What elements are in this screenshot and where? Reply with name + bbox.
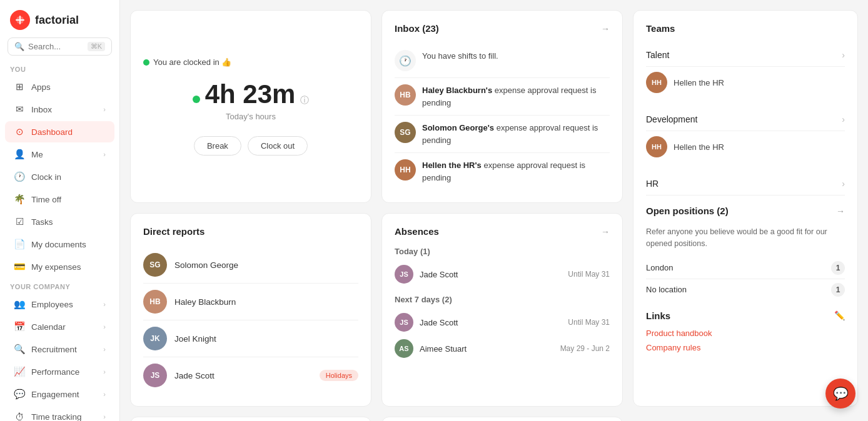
sidebar-item-time-tracking[interactable]: ⏱ Time tracking › xyxy=(5,406,114,421)
inbox-icon: ✉ xyxy=(14,104,25,115)
absences-header: Absences → xyxy=(395,226,610,237)
aimee-absence-date: May 29 - Jun 2 xyxy=(560,344,610,353)
sidebar-item-label: Dashboard xyxy=(31,127,106,137)
report-item-joel[interactable]: JK Joel Knight xyxy=(143,320,358,357)
teams-section-hr: HR › xyxy=(646,172,845,196)
report-item-solomon[interactable]: SG Solomon George xyxy=(143,247,358,284)
report-item-haley[interactable]: HB Haley Blackburn xyxy=(143,284,358,320)
next7-section-title: Next 7 days (2) xyxy=(395,295,610,304)
inbox-item-text: You have shifts to fill. xyxy=(422,50,498,62)
sidebar-item-employees[interactable]: 👥 Employees › xyxy=(5,294,114,315)
sidebar-item-tasks[interactable]: ☑ Tasks xyxy=(5,211,114,232)
inbox-item-text: Hellen the HR's expense approval request… xyxy=(422,159,610,184)
break-button[interactable]: Break xyxy=(194,136,241,156)
jade2-absence-avatar: JS xyxy=(395,313,413,332)
talent-member-name: Hellen the HR xyxy=(674,78,724,87)
clock-status: You are clocked in 👍 xyxy=(143,57,231,67)
chevron-icon: › xyxy=(103,390,106,398)
me-icon: 👤 xyxy=(14,149,25,160)
edit-icon[interactable]: ✏️ xyxy=(834,310,845,320)
sidebar-item-my-expenses[interactable]: 💳 My expenses xyxy=(5,256,114,277)
report-item-jade[interactable]: JS Jade Scott Holidays xyxy=(143,357,358,394)
sidebar-item-me[interactable]: 👤 Me › xyxy=(5,144,114,165)
jade-absence-name: Jade Scott xyxy=(420,270,562,279)
sidebar-item-my-documents[interactable]: 📄 My documents xyxy=(5,234,114,255)
sidebar-item-apps[interactable]: ⊞ Apps xyxy=(5,76,114,97)
hr-section-header[interactable]: HR › xyxy=(646,172,845,196)
dev-member-name: Hellen the HR xyxy=(674,142,724,152)
sidebar-item-engagement[interactable]: 💬 Engagement › xyxy=(5,384,114,405)
shifts-icon: 🕐 xyxy=(395,50,416,71)
sidebar-item-recruitment[interactable]: 🔍 Recruitment › xyxy=(5,339,114,360)
absence-aimee-next7[interactable]: AS Aimee Stuart May 29 - Jun 2 xyxy=(395,335,610,362)
haley-avatar: HB xyxy=(395,84,416,106)
employees-icon: 👥 xyxy=(14,299,25,310)
section-you-label: YOU xyxy=(0,61,119,76)
holidays-card: Holidays → xyxy=(130,417,371,421)
sidebar-item-inbox[interactable]: ✉ Inbox › xyxy=(5,99,114,120)
clock-card: You are clocked in 👍 4h 23m ⓘ Today's ho… xyxy=(130,10,371,203)
haley-name: Haley Blackburn xyxy=(174,297,358,307)
sidebar-item-dashboard[interactable]: ⊙ Dashboard xyxy=(5,121,114,142)
logo: factorial xyxy=(0,0,119,37)
link-company-rules[interactable]: Company rules xyxy=(646,343,845,352)
development-section-header[interactable]: Development › xyxy=(646,108,845,131)
joel-name: Joel Knight xyxy=(174,334,358,344)
joel-report-avatar: JK xyxy=(143,327,167,350)
jade-name: Jade Scott xyxy=(174,371,312,380)
jade2-absence-date: Until May 31 xyxy=(568,318,610,327)
expenses-icon: 💳 xyxy=(14,261,25,272)
inbox-item-hellen[interactable]: HH Hellen the HR's expense approval requ… xyxy=(395,153,610,190)
sidebar-item-label: Tasks xyxy=(31,217,106,227)
positions-arrow-icon[interactable]: → xyxy=(836,206,845,216)
holidays-badge: Holidays xyxy=(320,370,358,381)
sidebar-item-performance[interactable]: 📈 Performance › xyxy=(5,361,114,382)
chat-bubble[interactable]: 💬 xyxy=(825,379,855,409)
direct-reports-card: Direct reports SG Solomon George HB Hale… xyxy=(130,213,371,407)
logo-icon xyxy=(10,10,30,30)
apps-icon: ⊞ xyxy=(14,81,25,92)
sidebar-item-label: My documents xyxy=(31,240,106,249)
development-arrow-icon: › xyxy=(842,114,845,124)
hellen-avatar: HH xyxy=(395,159,416,181)
absence-jade-next7[interactable]: JS Jade Scott Until May 31 xyxy=(395,309,610,335)
sidebar-item-label: Apps xyxy=(31,82,106,92)
sidebar-item-calendar[interactable]: 📅 Calendar › xyxy=(5,316,114,337)
position-name: London xyxy=(646,263,673,272)
main-content: You are clocked in 👍 4h 23m ⓘ Today's ho… xyxy=(120,0,868,421)
position-name: No location xyxy=(646,285,687,294)
engagement-icon: 💬 xyxy=(14,389,25,400)
dev-member-avatar: HH xyxy=(646,136,667,157)
absences-title: Absences xyxy=(395,226,439,237)
today-section-title: Today (1) xyxy=(395,247,610,256)
absence-jade-today[interactable]: JS Jade Scott Until May 31 xyxy=(395,261,610,287)
inbox-title: Inbox (23) xyxy=(395,23,439,34)
sidebar-item-time-off[interactable]: 🌴 Time off xyxy=(5,189,114,210)
links-header: Links ✏️ xyxy=(646,310,845,321)
search-bar[interactable]: 🔍 ⌘K xyxy=(8,37,112,56)
talent-section-header[interactable]: Talent › xyxy=(646,44,845,67)
link-product-handbook[interactable]: Product handbook xyxy=(646,329,845,338)
jade-absence-date: Until May 31 xyxy=(568,270,610,279)
inbox-item-shifts[interactable]: 🕐 You have shifts to fill. xyxy=(395,44,610,78)
chat-icon: 💬 xyxy=(833,386,849,401)
teams-section-talent: Talent › HH Hellen the HR xyxy=(646,44,845,98)
chevron-icon: › xyxy=(103,345,106,353)
inbox-item-solomon[interactable]: SG Solomon George's expense approval req… xyxy=(395,116,610,153)
inbox-item-text: Haley Blackburn's expense approval reque… xyxy=(422,84,610,109)
positions-title: Open positions (2) xyxy=(646,206,729,216)
absences-arrow-icon[interactable]: → xyxy=(601,227,610,237)
reports-header: Direct reports xyxy=(143,226,358,237)
sidebar-item-clock-in[interactable]: 🕐 Clock in xyxy=(5,166,114,187)
links-title: Links xyxy=(646,310,670,321)
inbox-arrow-icon[interactable]: → xyxy=(601,24,610,34)
chevron-icon: › xyxy=(103,151,106,158)
inbox-item-haley[interactable]: HB Haley Blackburn's expense approval re… xyxy=(395,78,610,116)
clock-out-button[interactable]: Clock out xyxy=(248,136,308,156)
position-london: London 1 xyxy=(646,257,845,279)
search-input[interactable] xyxy=(28,42,84,51)
hr-name: HR xyxy=(646,179,659,189)
documents-icon: 📄 xyxy=(14,239,25,250)
sidebar-item-label: Engagement xyxy=(31,390,97,399)
development-name: Development xyxy=(646,114,698,124)
